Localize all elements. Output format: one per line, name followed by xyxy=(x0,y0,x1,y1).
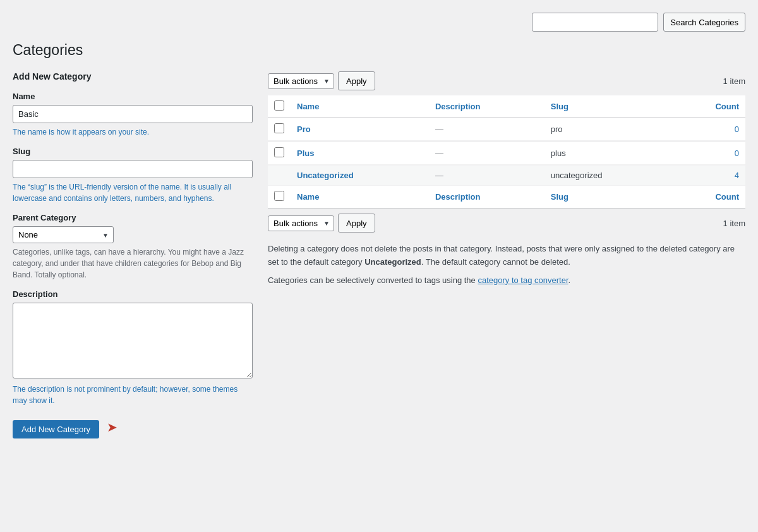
select-all-checkbox[interactable] xyxy=(274,100,284,111)
categories-table: Name Description Slug Count xyxy=(268,95,745,209)
count-footer-link[interactable]: Count xyxy=(715,192,739,202)
row-slug-cell: pro xyxy=(544,118,673,141)
notice-box: Deleting a category does not delete the … xyxy=(268,243,745,287)
row-count-cell[interactable]: 0 xyxy=(673,142,745,165)
row-name-link[interactable]: Pro xyxy=(297,124,311,134)
slug-footer-link[interactable]: Slug xyxy=(551,192,568,202)
description-textarea[interactable] xyxy=(13,303,253,378)
slug-field-group: Slug The “slug” is the URL-friendly vers… xyxy=(13,147,253,204)
apply-button-top[interactable]: Apply xyxy=(338,71,375,90)
search-categories-input[interactable] xyxy=(532,13,658,32)
row-name-link[interactable]: Uncategorized xyxy=(297,171,354,180)
row-checkbox[interactable] xyxy=(274,123,284,133)
bulk-bar-bottom: Bulk actions Delete ▼ Apply 1 item xyxy=(268,214,745,233)
row-description-cell: — xyxy=(429,142,544,165)
count-column-header-link[interactable]: Count xyxy=(715,102,739,111)
row-name-cell[interactable]: Uncategorized xyxy=(291,166,429,186)
row-slug-value: plus xyxy=(551,148,566,158)
col-checkbox-footer xyxy=(268,186,291,209)
row-name-cell[interactable]: Pro xyxy=(291,118,429,141)
apply-button-bottom[interactable]: Apply xyxy=(338,214,375,233)
add-category-panel: Add New Category Name The name is how it… xyxy=(13,71,253,438)
bulk-bar-top: Bulk actions Delete ▼ Apply 1 item xyxy=(268,71,745,90)
notice-text-1: Deleting a category does not delete the … xyxy=(268,243,745,269)
col-slug-header[interactable]: Slug xyxy=(544,95,673,118)
add-new-category-button[interactable]: Add New Category xyxy=(13,420,99,438)
categories-table-panel: Bulk actions Delete ▼ Apply 1 item xyxy=(268,71,745,287)
row-name-cell[interactable]: Plus xyxy=(291,142,429,165)
slug-hint: The “slug” is the URL-friendly version o… xyxy=(13,181,253,204)
description-column-header-link[interactable]: Description xyxy=(435,102,481,111)
items-count-bottom: 1 item xyxy=(723,219,745,228)
col-slug-footer[interactable]: Slug xyxy=(544,186,673,209)
row-description-value: — xyxy=(435,124,443,134)
row-checkbox-cell xyxy=(268,166,291,186)
col-count-footer[interactable]: Count xyxy=(673,186,745,209)
table-row: Uncategorized — uncategorized 4 xyxy=(268,166,745,186)
description-label: Description xyxy=(13,289,253,299)
row-checkbox-cell[interactable] xyxy=(268,118,291,141)
row-count-cell[interactable]: 4 xyxy=(673,166,745,186)
row-count-cell[interactable]: 0 xyxy=(673,118,745,141)
description-field-group: Description The description is not promi… xyxy=(13,289,253,406)
description-footer-link[interactable]: Description xyxy=(435,192,481,202)
name-field-group: Name The name is how it appears on your … xyxy=(13,92,253,138)
parent-select[interactable]: None xyxy=(13,226,114,243)
parent-field-group: Parent Category None ▼ Categories, unlik… xyxy=(13,213,253,281)
description-hint: The description is not prominent by defa… xyxy=(13,384,253,406)
row-description-cell: — xyxy=(429,166,544,186)
add-new-category-title: Add New Category xyxy=(13,71,253,82)
name-label: Name xyxy=(13,92,253,101)
row-slug-cell: plus xyxy=(544,142,673,165)
row-count-link[interactable]: 0 xyxy=(735,148,739,158)
table-footer-row: Name Description Slug Count xyxy=(268,186,745,209)
name-input[interactable] xyxy=(13,105,253,123)
table-row: Plus — plus 0 xyxy=(268,142,745,165)
row-slug-cell: uncategorized xyxy=(544,166,673,186)
row-slug-value: uncategorized xyxy=(551,171,603,180)
row-count-link[interactable]: 0 xyxy=(735,124,739,134)
arrow-indicator: ➤ xyxy=(107,420,117,435)
row-slug-value: pro xyxy=(551,124,563,134)
parent-label: Parent Category xyxy=(13,213,253,222)
name-column-header-link[interactable]: Name xyxy=(297,102,319,111)
col-description-header[interactable]: Description xyxy=(429,95,544,118)
category-to-tag-converter-link[interactable]: category to tag converter xyxy=(478,275,568,285)
bulk-actions-select-bottom[interactable]: Bulk actions Delete xyxy=(268,215,334,231)
row-description-value: — xyxy=(435,148,443,158)
notice-text-2: Categories can be selectively converted … xyxy=(268,274,745,287)
row-description-cell: — xyxy=(429,118,544,141)
row-count-link[interactable]: 4 xyxy=(735,171,739,180)
page-title: Categories xyxy=(13,42,745,59)
slug-input[interactable] xyxy=(13,160,253,178)
slug-column-header-link[interactable]: Slug xyxy=(551,102,568,111)
select-all-checkbox-footer[interactable] xyxy=(274,191,284,201)
row-checkbox-cell[interactable] xyxy=(268,142,291,165)
col-checkbox-header xyxy=(268,95,291,118)
row-name-link[interactable]: Plus xyxy=(297,148,314,158)
name-hint: The name is how it appears on your site. xyxy=(13,126,253,138)
parent-hint: Categories, unlike tags, can have a hier… xyxy=(13,246,253,281)
row-description-value: — xyxy=(435,171,443,180)
items-count-top: 1 item xyxy=(723,76,745,86)
slug-label: Slug xyxy=(13,147,253,156)
row-checkbox[interactable] xyxy=(274,147,284,157)
table-header-row: Name Description Slug Count xyxy=(268,95,745,118)
col-name-header[interactable]: Name xyxy=(291,95,429,118)
bulk-actions-select-top[interactable]: Bulk actions Delete xyxy=(268,73,334,89)
col-name-footer[interactable]: Name xyxy=(291,186,429,209)
col-description-footer[interactable]: Description xyxy=(429,186,544,209)
search-categories-button[interactable]: Search Categories xyxy=(663,13,745,32)
name-footer-link[interactable]: Name xyxy=(297,192,319,202)
col-count-header[interactable]: Count xyxy=(673,95,745,118)
table-row: Pro — pro 0 xyxy=(268,118,745,141)
